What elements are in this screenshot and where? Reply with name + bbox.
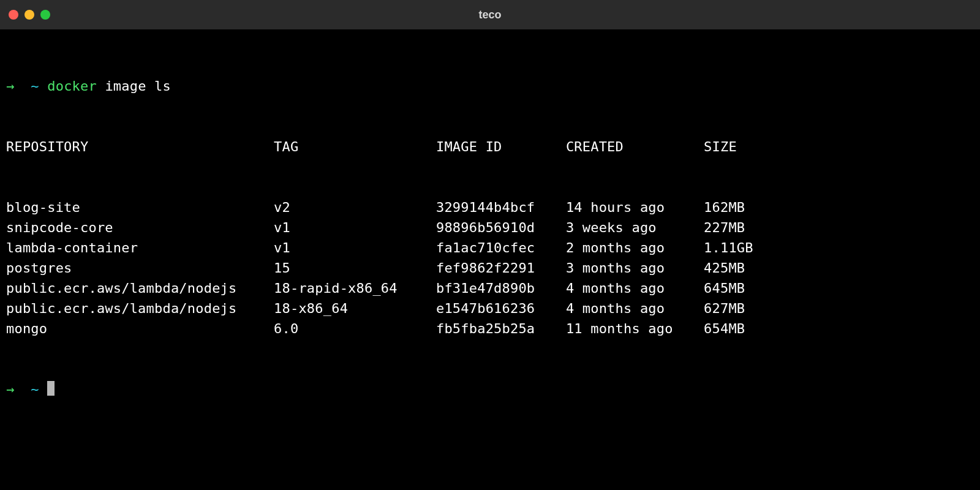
cell-size: 227MB — [704, 217, 785, 238]
cell-tag: 18-x86_64 — [274, 298, 436, 318]
cell-image-id: 98896b56910d — [436, 217, 566, 238]
table-row: public.ecr.aws/lambda/nodejs18-rapid-x86… — [6, 278, 974, 298]
cell-tag: v1 — [274, 238, 436, 258]
header-created: CREATED — [566, 137, 704, 157]
cell-tag: v1 — [274, 217, 436, 238]
cell-repository: public.ecr.aws/lambda/nodejs — [6, 278, 274, 298]
cell-repository: snipcode-core — [6, 217, 274, 238]
table-row: snipcode-corev198896b56910d3 weeks ago22… — [6, 217, 974, 238]
prompt-cwd: ~ — [31, 382, 39, 397]
cell-created: 3 months ago — [566, 258, 704, 278]
cell-image-id: bf31e47d890b — [436, 278, 566, 298]
cell-created: 4 months ago — [566, 278, 704, 298]
command-args: image ls — [105, 78, 171, 94]
terminal-cursor — [47, 381, 55, 396]
window-controls — [9, 10, 50, 20]
cell-size: 425MB — [704, 258, 785, 278]
prompt-line: → ~ — [6, 379, 974, 399]
cell-repository: postgres — [6, 258, 274, 278]
cell-created: 11 months ago — [566, 318, 704, 339]
prompt-arrow-icon: → — [6, 78, 14, 94]
cell-created: 14 hours ago — [566, 197, 704, 217]
cell-size: 627MB — [704, 298, 785, 318]
header-image-id: IMAGE ID — [436, 137, 566, 157]
cell-image-id: 3299144b4bcf — [436, 197, 566, 217]
cell-tag: 6.0 — [274, 318, 436, 339]
cell-tag: 15 — [274, 258, 436, 278]
cell-tag: 18-rapid-x86_64 — [274, 278, 436, 298]
table-row: blog-sitev23299144b4bcf14 hours ago162MB — [6, 197, 974, 217]
cell-tag: v2 — [274, 197, 436, 217]
cell-size: 654MB — [704, 318, 785, 339]
table-row: mongo6.0fb5fba25b25a11 months ago654MB — [6, 318, 974, 339]
cell-image-id: fa1ac710cfec — [436, 238, 566, 258]
header-tag: TAG — [274, 137, 436, 157]
cell-repository: blog-site — [6, 197, 274, 217]
command-line: → ~ docker image ls — [6, 76, 974, 96]
terminal-output[interactable]: → ~ docker image ls REPOSITORYTAGIMAGE I… — [0, 29, 980, 426]
close-window-button[interactable] — [9, 10, 18, 20]
table-row: lambda-containerv1fa1ac710cfec2 months a… — [6, 238, 974, 258]
table-row: public.ecr.aws/lambda/nodejs18-x86_64e15… — [6, 298, 974, 318]
prompt-cwd: ~ — [31, 78, 39, 94]
maximize-window-button[interactable] — [40, 10, 50, 20]
cell-created: 4 months ago — [566, 298, 704, 318]
cell-size: 1.11GB — [704, 238, 785, 258]
table-header: REPOSITORYTAGIMAGE IDCREATEDSIZE — [6, 137, 974, 157]
cell-image-id: fb5fba25b25a — [436, 318, 566, 339]
cell-created: 3 weeks ago — [566, 217, 704, 238]
cell-repository: lambda-container — [6, 238, 274, 258]
cell-repository: mongo — [6, 318, 274, 339]
cell-created: 2 months ago — [566, 238, 704, 258]
window-titlebar: teco — [0, 0, 980, 29]
cell-image-id: fef9862f2291 — [436, 258, 566, 278]
command-executable: docker — [47, 78, 97, 94]
window-title: teco — [0, 9, 980, 21]
cell-image-id: e1547b616236 — [436, 298, 566, 318]
header-repository: REPOSITORY — [6, 137, 274, 157]
cell-size: 162MB — [704, 197, 785, 217]
cell-repository: public.ecr.aws/lambda/nodejs — [6, 298, 274, 318]
cell-size: 645MB — [704, 278, 785, 298]
header-size: SIZE — [704, 137, 785, 157]
table-row: postgres15fef9862f22913 months ago425MB — [6, 258, 974, 278]
minimize-window-button[interactable] — [24, 10, 34, 20]
prompt-arrow-icon: → — [6, 382, 14, 397]
